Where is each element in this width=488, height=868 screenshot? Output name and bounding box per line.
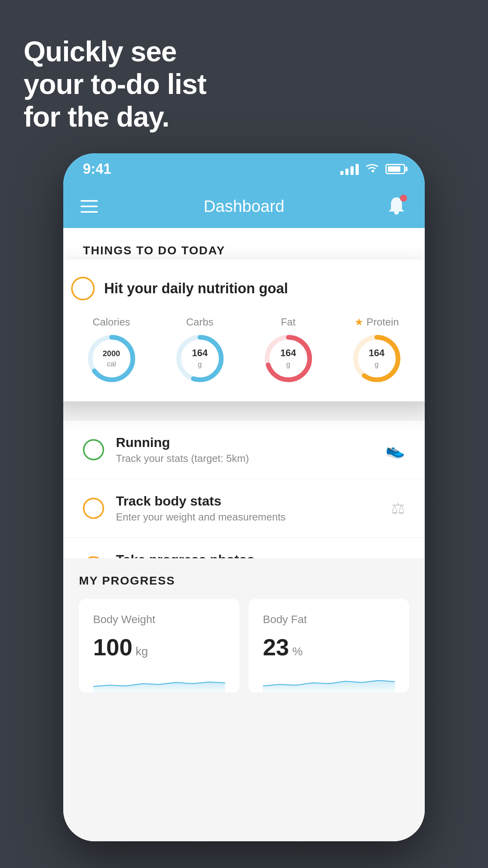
body-stats-info: Track body stats Enter your weight and m… — [116, 493, 379, 523]
nutrition-item-carbs: Carbs 164 g — [160, 316, 240, 384]
progress-number: 23 — [263, 634, 289, 661]
progress-cards: Body Weight 100 kg Body Fat 23 % — [79, 599, 409, 692]
star-icon: ★ — [354, 316, 363, 328]
battery-icon — [385, 164, 405, 174]
body-stats-circle — [83, 498, 104, 519]
status-time: 9:41 — [83, 161, 111, 177]
body-stats-subtitle: Enter your weight and measurements — [116, 511, 379, 523]
hamburger-menu[interactable] — [81, 200, 98, 213]
nutrition-label-text: Calories — [93, 316, 130, 328]
task-item-body-stats[interactable]: Track body stats Enter your weight and m… — [63, 479, 425, 538]
svg-marker-10 — [263, 680, 395, 692]
wifi-icon — [365, 162, 379, 176]
content-area: THINGS TO DO TODAY Hit your daily nutrit… — [63, 228, 425, 841]
hero-text: Quickly see your to-do list for the day. — [24, 35, 206, 133]
donut-calories: 2000 cal — [86, 333, 137, 384]
running-info: Running Track your stats (target: 5km) — [116, 435, 374, 465]
progress-value: 23 % — [263, 634, 395, 661]
nutrition-card[interactable]: Hit your daily nutrition goal Calories 2… — [63, 259, 425, 401]
donut-carbs: 164 g — [174, 333, 226, 384]
phone-shell: 9:41 — [63, 153, 425, 841]
donut-value: 164 g — [280, 348, 296, 369]
running-title: Running — [116, 435, 374, 450]
nutrition-card-title: Hit your daily nutrition goal — [104, 280, 288, 297]
progress-section-header: MY PROGRESS — [79, 574, 409, 587]
progress-card-title: Body Fat — [263, 613, 395, 626]
donut-protein: 164 g — [351, 333, 402, 384]
signal-icon — [340, 163, 359, 175]
progress-card-title: Body Weight — [93, 613, 225, 626]
progress-section: MY PROGRESS Body Weight 100 kg Body Fat … — [63, 558, 425, 692]
notification-bell[interactable] — [385, 194, 407, 219]
sparkline — [263, 669, 395, 692]
nutrition-label-text: Protein — [367, 316, 399, 328]
status-icons — [340, 162, 405, 176]
nutrition-check-circle — [71, 277, 95, 300]
body-stats-icon: ⚖ — [391, 499, 405, 517]
header-title: Dashboard — [204, 197, 284, 216]
svg-marker-9 — [93, 682, 225, 692]
running-subtitle: Track your stats (target: 5km) — [116, 452, 374, 465]
running-circle — [83, 439, 104, 460]
nutrition-item-protein: ★Protein 164 g — [336, 316, 417, 384]
svg-point-0 — [400, 195, 407, 202]
card-header: Hit your daily nutrition goal — [71, 277, 417, 300]
donut-fat: 164 g — [263, 333, 314, 384]
status-bar: 9:41 — [63, 153, 425, 185]
nutrition-item-calories: Calories 2000 cal — [71, 316, 152, 384]
donut-value: 164 g — [192, 348, 207, 369]
body-stats-title: Track body stats — [116, 493, 379, 509]
nutrition-label-text: Carbs — [186, 316, 213, 328]
progress-card-body-weight[interactable]: Body Weight 100 kg — [79, 599, 239, 692]
nutrition-item-fat: Fat 164 g — [248, 316, 328, 384]
running-icon: 👟 — [385, 441, 405, 459]
nutrition-label-text: Fat — [281, 316, 296, 328]
progress-card-body-fat[interactable]: Body Fat 23 % — [249, 599, 409, 692]
task-item-running[interactable]: Running Track your stats (target: 5km) 👟 — [63, 421, 425, 479]
sparkline — [93, 669, 225, 692]
progress-number: 100 — [93, 634, 132, 661]
progress-unit: % — [292, 645, 303, 658]
progress-value: 100 kg — [93, 634, 225, 661]
progress-unit: kg — [136, 645, 148, 658]
nutrition-grid: Calories 2000 cal Carbs 164 g Fat 164 g … — [71, 316, 417, 384]
phone-wrapper: 9:41 — [63, 153, 425, 841]
donut-value: 2000 cal — [103, 348, 120, 369]
app-header: Dashboard — [63, 185, 425, 228]
donut-value: 164 g — [369, 348, 384, 369]
